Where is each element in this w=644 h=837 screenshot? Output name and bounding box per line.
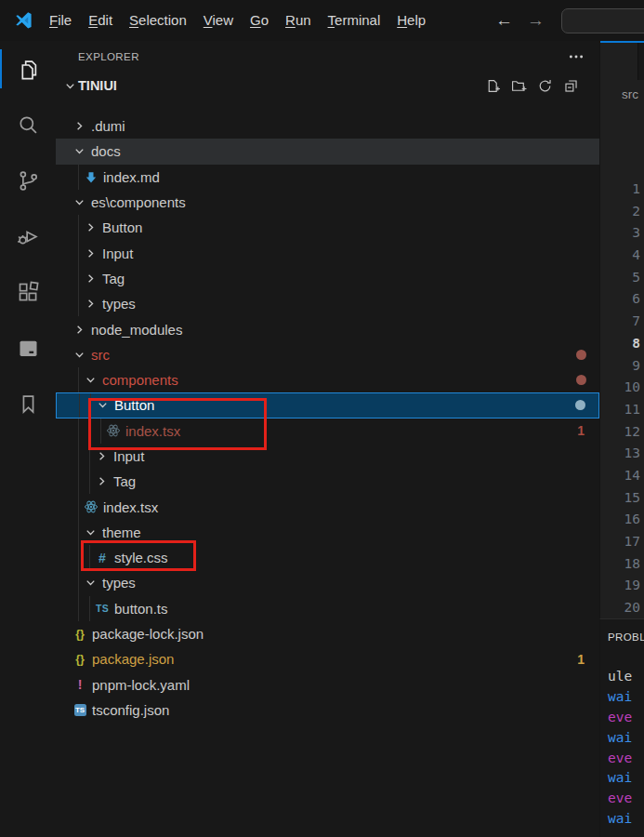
tree-item-types[interactable]: types bbox=[56, 291, 599, 316]
tree-item-types[interactable]: types bbox=[56, 570, 599, 595]
new-folder-icon[interactable] bbox=[511, 78, 527, 94]
line-number[interactable]: 15 bbox=[600, 487, 643, 510]
menu-help[interactable]: Help bbox=[388, 0, 434, 41]
line-number[interactable]: 1 bbox=[600, 179, 643, 201]
chevron-down-icon[interactable] bbox=[71, 194, 87, 211]
chevron-down-icon[interactable] bbox=[82, 575, 99, 591]
navigate-back-button[interactable]: ← bbox=[495, 0, 513, 41]
line-number[interactable]: 20 bbox=[600, 597, 643, 619]
activity-bar bbox=[0, 41, 56, 837]
breadcrumb-item-src[interactable]: src bbox=[622, 87, 638, 101]
terminal-line: eve bbox=[608, 708, 632, 728]
line-number[interactable]: 17 bbox=[600, 531, 643, 553]
tree-item-es-components[interactable]: es\components bbox=[56, 190, 599, 215]
tree-item-index-md[interactable]: index.md bbox=[56, 165, 599, 190]
line-number[interactable]: 6 bbox=[600, 288, 643, 311]
refresh-icon[interactable] bbox=[537, 78, 553, 94]
tree-item-input[interactable]: Input bbox=[56, 240, 599, 265]
menu-run[interactable]: Run bbox=[277, 0, 320, 41]
line-number[interactable]: 8 bbox=[600, 333, 643, 355]
active-editor-tab[interactable] bbox=[600, 43, 638, 80]
activity-item-source-control[interactable] bbox=[0, 153, 56, 208]
tree-item-dumi[interactable]: .dumi bbox=[56, 113, 599, 139]
menu-edit[interactable]: Edit bbox=[80, 0, 121, 41]
command-center-search[interactable] bbox=[561, 8, 644, 33]
line-number[interactable]: 19 bbox=[600, 575, 643, 597]
indent-guide bbox=[78, 266, 79, 291]
problem-count-badge: 1 bbox=[577, 423, 585, 438]
debug-icon bbox=[16, 224, 41, 249]
menu-file[interactable]: File bbox=[41, 0, 80, 41]
line-number[interactable]: 14 bbox=[600, 465, 643, 487]
chevron-down-icon[interactable] bbox=[82, 524, 99, 540]
tree-item-pnpm-lock-yaml[interactable]: !pnpm-lock.yaml bbox=[56, 672, 599, 698]
menu-selection[interactable]: Selection bbox=[121, 0, 195, 41]
chevron-down-icon[interactable] bbox=[71, 143, 87, 160]
line-number[interactable]: 3 bbox=[600, 222, 643, 245]
chevron-down-icon[interactable] bbox=[82, 372, 99, 389]
menu-view[interactable]: View bbox=[195, 0, 242, 41]
ellipsis-icon[interactable] bbox=[568, 48, 585, 65]
annotation-box bbox=[81, 540, 196, 571]
tree-item-tsconfig-json[interactable]: TStsconfig.json bbox=[56, 698, 599, 723]
tree-item-button-ts[interactable]: TSbutton.ts bbox=[56, 596, 599, 621]
tree-item-button[interactable]: Button bbox=[56, 215, 599, 240]
line-number[interactable]: 11 bbox=[600, 399, 643, 421]
chevron-right-icon[interactable] bbox=[82, 296, 99, 312]
activity-item-run-debug[interactable] bbox=[0, 208, 56, 264]
chevron-right-icon[interactable] bbox=[82, 245, 99, 261]
new-file-icon[interactable] bbox=[485, 78, 501, 94]
change-dot-badge bbox=[576, 350, 586, 360]
chevron-right-icon[interactable] bbox=[82, 219, 99, 236]
tree-item-index-tsx[interactable]: index.tsx bbox=[56, 494, 599, 519]
indent-guide bbox=[78, 444, 79, 469]
chevron-down-icon[interactable] bbox=[61, 77, 78, 94]
tree-item-label: components bbox=[102, 372, 178, 388]
indent-guide bbox=[78, 165, 79, 190]
line-number[interactable]: 9 bbox=[600, 355, 643, 378]
tree-item-package-json[interactable]: {}package.json1 bbox=[56, 646, 599, 671]
tree-item-label: node_modules bbox=[91, 322, 182, 338]
line-number[interactable]: 12 bbox=[600, 421, 643, 444]
tree-item-tag[interactable]: Tag bbox=[56, 266, 599, 291]
change-dot-badge bbox=[575, 400, 585, 410]
panel-tab-problems[interactable]: PROBLEMS bbox=[608, 631, 644, 643]
activity-item-explorer[interactable] bbox=[0, 41, 56, 97]
chevron-right-icon[interactable] bbox=[71, 118, 87, 135]
tree-item-label: docs bbox=[91, 143, 121, 159]
chevron-right-icon[interactable] bbox=[71, 321, 87, 338]
tree-item-src[interactable]: src bbox=[56, 342, 599, 367]
activity-item-search[interactable] bbox=[0, 97, 56, 153]
activity-item-panel-layout[interactable] bbox=[0, 320, 56, 376]
typescript-icon: TS bbox=[94, 600, 111, 617]
chevron-right-icon[interactable] bbox=[93, 473, 110, 490]
chevron-right-icon[interactable] bbox=[93, 448, 110, 465]
line-number[interactable]: 4 bbox=[600, 245, 643, 267]
editor-area: src 1234567891011121314151617181920 bbox=[599, 41, 644, 618]
tree-item-docs[interactable]: docs bbox=[56, 139, 599, 164]
line-number[interactable]: 10 bbox=[600, 377, 643, 399]
indent-guide bbox=[79, 393, 80, 417]
line-number[interactable]: 7 bbox=[600, 311, 643, 333]
menu-go[interactable]: Go bbox=[242, 0, 277, 41]
activity-item-extensions[interactable] bbox=[0, 264, 56, 320]
tree-item-tag[interactable]: Tag bbox=[56, 469, 599, 494]
problem-count-badge: 1 bbox=[577, 652, 585, 667]
chevron-right-icon[interactable] bbox=[82, 270, 99, 286]
section-header-tiniui[interactable]: TINIUI bbox=[56, 73, 599, 99]
tree-item-components[interactable]: components bbox=[56, 367, 599, 392]
line-number[interactable]: 13 bbox=[600, 443, 643, 465]
line-number[interactable]: 2 bbox=[600, 201, 643, 223]
tree-item-package-lock-json[interactable]: {}package-lock.json bbox=[56, 621, 599, 646]
indent-guide bbox=[78, 367, 79, 392]
navigate-forward-button[interactable]: → bbox=[527, 0, 545, 41]
line-number[interactable]: 5 bbox=[600, 267, 643, 289]
line-number[interactable]: 16 bbox=[600, 509, 643, 531]
tree-item-node-modules[interactable]: node_modules bbox=[56, 316, 599, 341]
tree-item-label: index.md bbox=[103, 169, 160, 185]
menu-terminal[interactable]: Terminal bbox=[320, 0, 389, 41]
chevron-down-icon[interactable] bbox=[71, 346, 87, 363]
activity-item-bookmarks[interactable] bbox=[0, 376, 56, 432]
collapse-all-icon[interactable] bbox=[563, 78, 579, 94]
line-number[interactable]: 18 bbox=[600, 553, 643, 576]
